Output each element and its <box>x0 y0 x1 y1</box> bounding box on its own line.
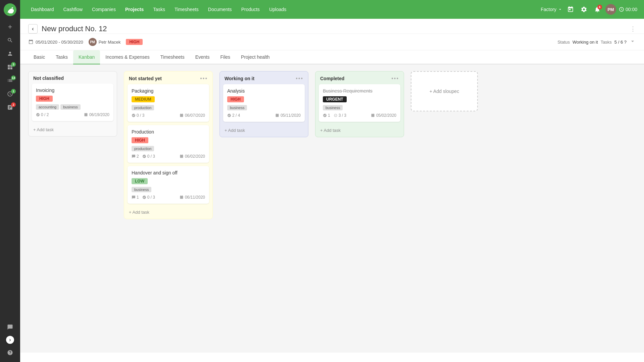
card-business-req[interactable]: Business Requirements URGENT business 1 <box>319 84 400 122</box>
column-completed: Completed ••• Business Requirements URGE… <box>315 71 404 137</box>
col-menu-not-started[interactable]: ••• <box>200 75 208 82</box>
card-footer-production: 2 0 / 3 06/02/2020 <box>132 154 205 159</box>
add-task-completed: + Add task <box>315 125 404 137</box>
nav-products[interactable]: Products <box>237 5 264 14</box>
card-meta-production: 2 0 / 3 <box>132 154 155 159</box>
top-navigation: Dashboard Cashflow Companies Projects Ta… <box>20 0 644 19</box>
card-date-handover: 06/11/2020 <box>180 195 205 200</box>
add-button[interactable] <box>3 21 17 33</box>
card-title-handover: Handover and sign off <box>132 170 205 175</box>
timer-display: 00:00 <box>619 7 637 12</box>
card-subtasks-handover: 0 / 3 <box>142 195 155 200</box>
card-title-business-req: Business Requirements <box>323 88 396 94</box>
list-button[interactable]: 14 <box>3 74 17 87</box>
nav-tasks[interactable]: Tasks <box>149 5 169 14</box>
tab-bar: Basic Tasks Kanban Incomes & Expenses Ti… <box>20 50 644 64</box>
col-menu-working[interactable]: ••• <box>296 75 303 82</box>
nav-dashboard[interactable]: Dashboard <box>27 5 58 14</box>
card-footer-invoicing: 0 / 2 06/19/2020 <box>36 112 109 117</box>
nav-companies[interactable]: Companies <box>88 5 120 14</box>
add-task-button-working[interactable]: + Add task <box>225 128 303 133</box>
project-priority-badge: HIGH <box>126 39 143 45</box>
project-meta-bar: 05/01/2020 - 05/30/2020 PM Petr Macek HI… <box>20 34 644 50</box>
nav-uploads[interactable]: Uploads <box>265 5 290 14</box>
back-button[interactable]: ‹ <box>28 24 38 34</box>
users-button[interactable] <box>3 48 17 60</box>
nav-documents[interactable]: Documents <box>204 5 236 14</box>
col-header-working: Working on it ••• <box>220 71 308 84</box>
card-handover[interactable]: Handover and sign off LOW business 1 <box>128 166 209 204</box>
card-invoicing[interactable]: Invoicing HIGH accounting business 0 / 2 <box>32 84 113 121</box>
tag-production-packaging: production <box>132 105 154 110</box>
app-logo[interactable] <box>4 3 16 16</box>
user-avatar[interactable]: PM <box>605 4 616 15</box>
tag-business-req: business <box>323 105 343 110</box>
card-badges-invoicing: HIGH <box>36 96 109 102</box>
add-task-button-not-started[interactable]: + Add task <box>129 210 208 215</box>
chart-button[interactable]: 2 <box>3 101 17 113</box>
col-header-not-classified: Not classified <box>29 71 117 84</box>
factory-dropdown[interactable]: Factory <box>541 7 562 12</box>
card-date-business-req: 05/02/2020 <box>371 113 396 118</box>
tab-events[interactable]: Events <box>190 50 215 64</box>
add-task-button-completed[interactable]: + Add task <box>320 128 399 133</box>
card-date-invoicing: 06/19/2020 <box>84 112 109 117</box>
tab-basic[interactable]: Basic <box>28 50 50 64</box>
column-working-on-it: Working on it ••• Analysis HIGH business <box>219 71 308 137</box>
card-badges-packaging: MEDIUM <box>132 96 205 102</box>
card-footer-analysis: 2 / 4 05/11/2020 <box>227 113 301 118</box>
tab-timesheets[interactable]: Timesheets <box>155 50 190 64</box>
card-title-packaging: Packaging <box>132 88 205 94</box>
card-check-business-req: 1 <box>323 113 330 118</box>
card-title-production: Production <box>132 129 205 135</box>
column-not-started-yet: Not started yet ••• Packaging MEDIUM pro… <box>124 71 213 219</box>
help-button[interactable] <box>3 347 17 359</box>
card-footer-packaging: 0 / 3 06/07/2020 <box>132 113 205 118</box>
add-column-button[interactable]: + Add sloupec <box>411 71 478 111</box>
add-task-not-started: + Add task <box>124 207 212 219</box>
sidebar-expand-button[interactable]: › <box>6 336 14 344</box>
add-task-working: + Add task <box>220 125 308 137</box>
settings-icon-button[interactable] <box>579 4 589 15</box>
project-expand-button[interactable] <box>629 38 636 46</box>
kanban-button[interactable]: 3 <box>3 61 17 73</box>
tab-kanban[interactable]: Kanban <box>73 50 100 64</box>
project-status-area: Status Working on it Tasks 5 / 6 ? <box>557 38 636 46</box>
add-task-not-classified: + Add task <box>29 124 117 136</box>
project-user-avatar: PM <box>89 38 97 46</box>
card-subtasks-invoicing: 0 / 2 <box>36 112 49 117</box>
card-badges-production: HIGH <box>132 137 205 143</box>
tag-business: business <box>60 104 80 110</box>
project-header: ‹ New product No. 12 ⋮ <box>20 19 644 34</box>
card-badges-analysis: HIGH <box>227 96 301 102</box>
card-meta-business-req: 1 3 / 3 <box>323 113 346 118</box>
card-tags-business-req: business <box>323 105 396 110</box>
nav-cashflow[interactable]: Cashflow <box>59 5 87 14</box>
main-content: Dashboard Cashflow Companies Projects Ta… <box>20 0 644 362</box>
calendar-icon-button[interactable] <box>565 4 576 15</box>
card-date-analysis: 05/11/2020 <box>275 113 301 118</box>
tab-tasks[interactable]: Tasks <box>50 50 73 64</box>
tag-business-analysis: business <box>227 105 247 110</box>
card-tags-handover: business <box>132 187 205 192</box>
col-menu-completed[interactable]: ••• <box>391 75 399 82</box>
search-button[interactable] <box>3 34 17 46</box>
clock-button[interactable]: 1 <box>3 88 17 100</box>
card-packaging[interactable]: Packaging MEDIUM production 0 / 3 <box>128 84 209 122</box>
card-badges-business-req: URGENT <box>323 96 396 102</box>
notification-icon-button[interactable]: 6 <box>592 4 603 15</box>
card-production[interactable]: Production HIGH production 2 <box>128 125 209 163</box>
nav-timesheets[interactable]: Timesheets <box>170 5 203 14</box>
add-task-button-not-classified[interactable]: + Add task <box>33 127 112 132</box>
nav-projects[interactable]: Projects <box>121 5 148 14</box>
card-analysis[interactable]: Analysis HIGH business 2 / 4 <box>223 84 305 122</box>
sidebar: 3 14 1 2 › <box>0 0 20 362</box>
project-more-button[interactable]: ⋮ <box>630 25 636 33</box>
card-date-packaging: 06/07/2020 <box>180 113 205 118</box>
chat-button[interactable] <box>3 321 17 333</box>
tab-project-health[interactable]: Project health <box>236 50 275 64</box>
card-meta-analysis: 2 / 4 <box>227 113 240 118</box>
tab-files[interactable]: Files <box>215 50 236 64</box>
card-priority-handover: LOW <box>132 178 148 184</box>
tab-incomes-expenses[interactable]: Incomes & Expenses <box>100 50 155 64</box>
